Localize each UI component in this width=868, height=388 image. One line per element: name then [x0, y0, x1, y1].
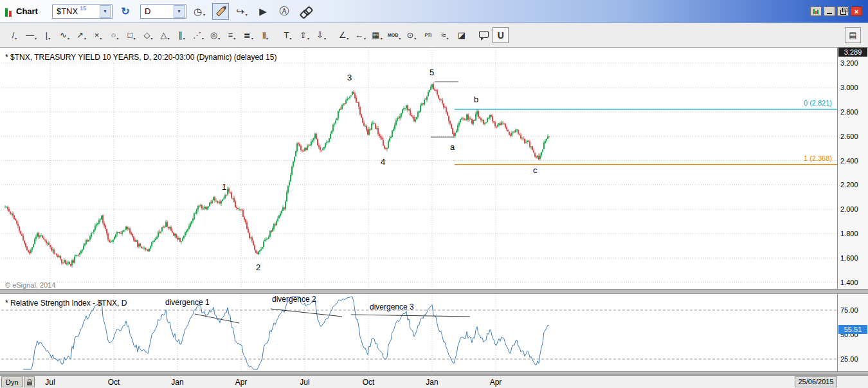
tool-fib-extension[interactable]: ≣▾: [240, 27, 257, 43]
tool-wave[interactable]: ≈▾: [437, 27, 453, 43]
tool-rectangle[interactable]: □▾: [123, 27, 140, 43]
tool-pti[interactable]: PTI: [420, 27, 436, 43]
tool-vertical-line[interactable]: |▾: [40, 27, 56, 43]
price-tick-1.800: 1.800: [840, 230, 858, 237]
price-tick-2.600: 2.600: [840, 133, 858, 140]
tool-ray[interactable]: ↗▾: [73, 27, 89, 43]
auto-button[interactable]: Ⓐ: [276, 3, 293, 20]
time-template-button[interactable]: ◷ ▾: [191, 3, 208, 20]
chevron-down-icon: ▾: [266, 36, 268, 41]
link-button[interactable]: [297, 3, 314, 20]
horizontal-line-icon: —: [26, 30, 34, 40]
close-button[interactable]: ×: [851, 6, 862, 16]
window-chart-button[interactable]: [810, 6, 822, 16]
price-tick-3.200: 3.200: [840, 59, 858, 67]
last-date-box: 25/06/2015: [795, 376, 837, 387]
tool-regression[interactable]: ∠▾: [336, 27, 352, 43]
fib-circles-icon: ◎: [210, 30, 217, 40]
chevron-down-icon: ▾: [183, 36, 185, 41]
price-tick-3.000: 3.000: [840, 84, 858, 91]
eraser-icon: ◪: [458, 30, 466, 40]
lock-button[interactable]: [24, 376, 35, 387]
x-axis-label-0: Jul: [45, 378, 55, 387]
price-axis-strip[interactable]: 3.2003.0002.8002.6002.4002.2002.0001.800…: [837, 48, 868, 375]
pane-splitter[interactable]: [0, 289, 868, 294]
tool-horizontal-line[interactable]: —▾: [23, 27, 39, 43]
tool-eraser[interactable]: ◪: [453, 27, 469, 43]
lock-icon: [27, 382, 32, 385]
price-tick-2.800: 2.800: [840, 108, 858, 116]
refresh-button[interactable]: ↻: [117, 3, 134, 20]
chevron-down-icon: ▾: [100, 36, 102, 41]
clock-icon: ◷: [194, 6, 202, 17]
tool-cycle[interactable]: ⊙▾: [403, 27, 419, 43]
x-axis-label-3: Apr: [235, 378, 248, 387]
chevron-down-icon: ▾: [48, 36, 50, 41]
chevron-down-icon: ▾: [15, 36, 17, 41]
tool-polygon[interactable]: ◇▾: [140, 27, 156, 43]
panel-icon: ▤: [849, 30, 856, 40]
drawing-toolbar: /▾—▾|▾∿▾↗▾×▾○▾□▾◇▾△▾∥▾⋰▾◎▾≡▾≣▾|||▾T▾⇧▾⇩▾…: [0, 23, 868, 48]
tool-fib-circles[interactable]: ◎▾: [207, 27, 223, 43]
restore-icon: [840, 10, 846, 15]
chevron-down-icon: ▾: [116, 36, 118, 41]
cycle-icon: ⊙: [406, 30, 413, 40]
regression-icon: ∠: [339, 30, 347, 40]
tool-fib-time-zones[interactable]: |||▾: [257, 27, 273, 43]
symbol-input[interactable]: $TNX 15 ▾: [52, 5, 113, 19]
tool-grid[interactable]: ▦▾: [369, 27, 385, 43]
tool-pitchfork[interactable]: ⋰▾: [190, 27, 206, 43]
play-button[interactable]: ▶: [255, 3, 271, 20]
play-icon: ▶: [259, 6, 267, 17]
x-axis-label-6: Jan: [426, 378, 438, 387]
chart-canvas[interactable]: [0, 48, 837, 375]
redo-tool-button[interactable]: ↪ ▾: [233, 3, 250, 20]
auto-circle-icon: Ⓐ: [280, 5, 289, 17]
symbol-dropdown[interactable]: ▾: [100, 5, 111, 18]
zigzag-icon: ∿: [60, 30, 67, 40]
chevron-down-icon: ▾: [347, 36, 348, 41]
minimize-icon: [827, 13, 832, 14]
chevron-down-icon: ▾: [381, 36, 383, 41]
tool-note[interactable]: [476, 27, 492, 43]
chevron-down-icon: ▾: [167, 36, 169, 41]
ellipse-icon: ○: [111, 30, 116, 40]
tool-fib-retracement[interactable]: ≡▾: [224, 27, 240, 43]
interval-value: D: [145, 6, 150, 16]
chevron-down-icon: ▾: [218, 36, 220, 41]
minimize-button[interactable]: [824, 6, 835, 16]
chevron-down-icon: ▾: [233, 36, 235, 41]
fib-retracement-icon: ≡: [228, 30, 233, 40]
tool-arrow-down[interactable]: ⇩▾: [313, 27, 329, 43]
chevron-down-icon: ▾: [364, 36, 366, 41]
tool-parallel-channel[interactable]: ∥▾: [174, 27, 190, 43]
interval-dropdown[interactable]: ▾: [174, 5, 185, 18]
dyn-tab[interactable]: Dyn: [1, 376, 23, 387]
toolbar-separator: [274, 28, 280, 43]
draw-pencil-button[interactable]: [212, 3, 229, 20]
pitchfork-icon: ⋰: [193, 30, 201, 40]
u-tool-icon: U: [498, 30, 504, 41]
text-icon: T: [284, 30, 289, 40]
x-axis-label-7: Apr: [490, 378, 502, 387]
price-tick-2.200: 2.200: [840, 181, 858, 189]
tool-zigzag[interactable]: ∿▾: [57, 27, 73, 43]
symbol-value: $TNX: [57, 6, 78, 16]
tool-triangle[interactable]: △▾: [157, 27, 173, 43]
tool-mob[interactable]: MOB▾: [386, 27, 402, 43]
tool-text[interactable]: T▾: [280, 27, 296, 43]
interval-select[interactable]: D ▾: [140, 5, 186, 19]
tool-u-tool[interactable]: U: [493, 27, 509, 43]
tool-arrow-up[interactable]: ⇧▾: [296, 27, 312, 43]
price-tick-2.400: 2.400: [840, 157, 858, 165]
tool-trend-line[interactable]: /▾: [6, 27, 23, 43]
chevron-down-icon: ▾: [446, 36, 448, 41]
tool-cross-line[interactable]: ×▾: [90, 27, 106, 43]
tool-arrows[interactable]: ←▾: [352, 27, 368, 43]
link-icon: [300, 7, 311, 16]
window-controls: ×: [810, 6, 864, 16]
tool-ellipse[interactable]: ○▾: [107, 27, 123, 43]
toolbar-overflow-button[interactable]: ▤: [845, 27, 861, 43]
trend-line-icon: /: [12, 30, 15, 40]
restore-button[interactable]: [837, 6, 849, 16]
